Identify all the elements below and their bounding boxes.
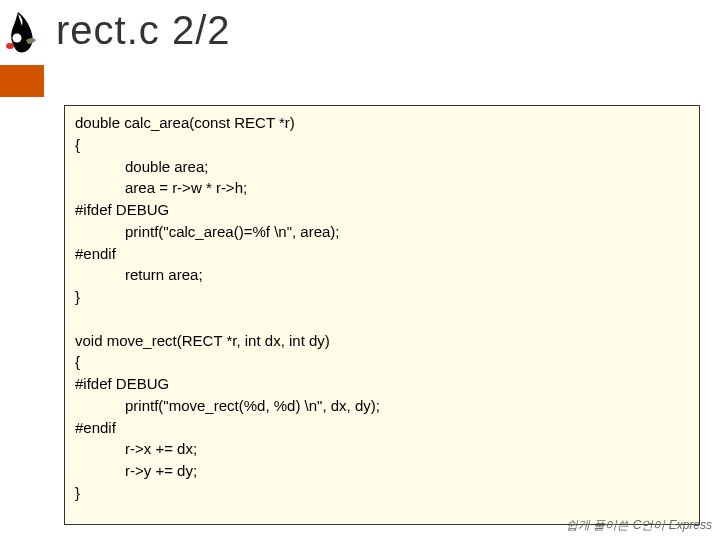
svg-point-0 <box>13 34 22 43</box>
slide: rect.c 2/2 double calc_area(const RECT *… <box>0 0 720 540</box>
code-block: double calc_area(const RECT *r) { double… <box>64 105 700 525</box>
footer-text: 쉽게 풀어쓴 C언어 Express <box>566 517 712 534</box>
svg-point-1 <box>6 43 14 49</box>
accent-bar <box>0 65 44 97</box>
slide-title: rect.c 2/2 <box>56 8 231 53</box>
duke-mascot-icon <box>6 10 40 56</box>
